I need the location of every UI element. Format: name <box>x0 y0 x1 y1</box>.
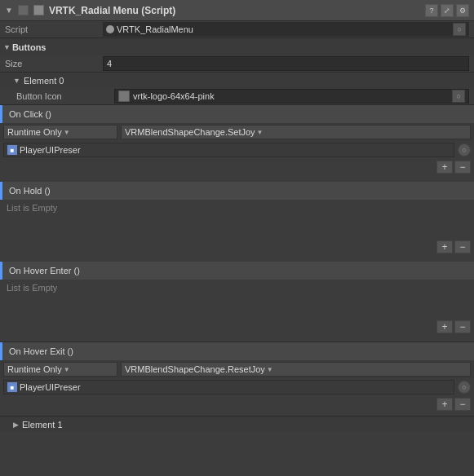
button-icon-row: Button Icon vrtk-logo-64x64-pink ○ <box>0 88 474 104</box>
hover-exit-listener-picker-btn[interactable]: ○ <box>458 381 471 394</box>
size-row: Size 4 <box>0 55 474 72</box>
buttons-collapse-icon: ▼ <box>3 43 11 51</box>
on-click-event-row: Runtime Only ▼ VRMBlendShapeChange.SetJo… <box>0 123 474 141</box>
on-hover-enter-remove-btn[interactable]: − <box>454 320 471 333</box>
on-hover-enter-section: On Hover Enter () List is Empty + − <box>0 262 474 335</box>
hover-exit-listener-icon: ■ <box>7 382 17 392</box>
on-hover-enter-label: On Hover Enter () <box>9 266 80 275</box>
element0-label: Element 0 <box>24 76 64 86</box>
listener-picker-btn[interactable]: ○ <box>458 143 471 156</box>
element1-collapse-icon: ▶ <box>13 421 19 429</box>
on-click-listener-row: ■ PlayerUIPreser ○ <box>0 141 474 159</box>
method-dropdown[interactable]: VRMBlendShapeChange.SetJoy ▼ <box>121 125 471 139</box>
on-hover-exit-remove-btn[interactable]: − <box>454 398 471 411</box>
on-hold-section: On Hold () List is Empty + − <box>0 182 474 255</box>
icon-preview <box>118 90 130 102</box>
on-click-add-btn[interactable]: + <box>436 161 453 174</box>
script-icon <box>33 5 44 15</box>
hover-exit-method-dropdown[interactable]: VRMBlendShapeChange.ResetJoy ▼ <box>121 362 471 377</box>
hover-exit-listener-object[interactable]: ■ PlayerUIPreser <box>3 380 454 394</box>
help-icon[interactable]: ? <box>425 4 438 17</box>
on-hover-exit-add-remove: + − <box>0 396 474 412</box>
hover-exit-runtime-dropdown[interactable]: Runtime Only ▼ <box>3 362 117 377</box>
on-click-section: On Click () Runtime Only ▼ VRMBlendShape… <box>0 104 474 175</box>
on-click-label: On Click () <box>9 109 51 119</box>
hover-exit-runtime-arrow: ▼ <box>64 366 70 373</box>
method-dropdown-arrow: ▼ <box>257 129 264 136</box>
on-hover-exit-label: On Hover Exit () <box>9 346 73 356</box>
runtime-dropdown[interactable]: Runtime Only ▼ <box>3 125 117 139</box>
on-hold-remove-btn[interactable]: − <box>454 240 471 253</box>
on-hover-enter-add-btn[interactable]: + <box>436 320 453 333</box>
on-click-remove-btn[interactable]: − <box>454 161 471 174</box>
listener-icon: ■ <box>7 145 17 155</box>
icon-picker-btn[interactable]: ○ <box>452 90 465 103</box>
hover-exit-method-arrow: ▼ <box>267 366 273 373</box>
listener-object[interactable]: ■ PlayerUIPreser <box>3 143 454 157</box>
script-row: Script VRTK_RadialMenu ○ <box>0 21 474 37</box>
on-click-add-remove: + − <box>0 159 474 175</box>
on-hold-add-remove: + − <box>0 239 474 255</box>
divider2 <box>0 255 474 262</box>
element1-label: Element 1 <box>22 420 63 430</box>
button-icon-label: Button Icon <box>16 91 114 101</box>
on-hold-add-btn[interactable]: + <box>436 240 453 253</box>
component-title: VRTK_Radial Menu (Script) <box>49 5 175 16</box>
divider1 <box>0 175 474 182</box>
size-label: Size <box>5 59 103 68</box>
maximize-icon[interactable]: ⤢ <box>441 4 454 17</box>
on-hold-spacer <box>0 216 474 239</box>
on-hover-exit-add-btn[interactable]: + <box>436 398 453 411</box>
script-name: VRTK_RadialMenu <box>117 24 193 34</box>
buttons-label: Buttons <box>12 42 47 52</box>
script-label: Script <box>5 24 103 34</box>
header-icons: ? ⤢ ⚙ <box>425 4 469 17</box>
size-value[interactable]: 4 <box>103 56 469 71</box>
collapse-icon[interactable]: ▼ <box>5 6 13 15</box>
on-hold-empty: List is Empty <box>0 200 474 216</box>
on-click-header[interactable]: On Click () <box>0 105 474 123</box>
button-icon-value[interactable]: vrtk-logo-64x64-pink ○ <box>114 89 469 104</box>
element0-collapse-icon: ▼ <box>13 77 20 85</box>
on-hover-exit-section: On Hover Exit () Runtime Only ▼ VRMBlend… <box>0 342 474 412</box>
settings-icon[interactable]: ⚙ <box>456 4 469 17</box>
on-hover-exit-header[interactable]: On Hover Exit () <box>0 342 474 360</box>
on-hover-exit-listener-row: ■ PlayerUIPreser ○ <box>0 378 474 396</box>
on-hover-enter-header[interactable]: On Hover Enter () <box>0 262 474 280</box>
buttons-section-header[interactable]: ▼ Buttons <box>0 37 474 55</box>
checkbox-icon[interactable] <box>18 5 29 15</box>
script-circle-icon <box>106 25 114 33</box>
on-hold-label: On Hold () <box>9 186 51 196</box>
on-hover-enter-empty: List is Empty <box>0 280 474 296</box>
script-value: VRTK_RadialMenu ○ <box>103 22 469 37</box>
divider3 <box>0 335 474 342</box>
on-hold-header[interactable]: On Hold () <box>0 182 474 200</box>
element1-header[interactable]: ▶ Element 1 <box>0 416 474 432</box>
on-hover-enter-spacer <box>0 296 474 319</box>
component-header: ▼ VRTK_Radial Menu (Script) ? ⤢ ⚙ <box>0 0 474 21</box>
runtime-dropdown-arrow: ▼ <box>64 129 70 136</box>
element0-header[interactable]: ▼ Element 0 <box>0 72 474 88</box>
on-hover-exit-event-row: Runtime Only ▼ VRMBlendShapeChange.Reset… <box>0 360 474 378</box>
on-hover-enter-add-remove: + − <box>0 319 474 335</box>
script-picker-btn[interactable]: ○ <box>453 23 466 36</box>
